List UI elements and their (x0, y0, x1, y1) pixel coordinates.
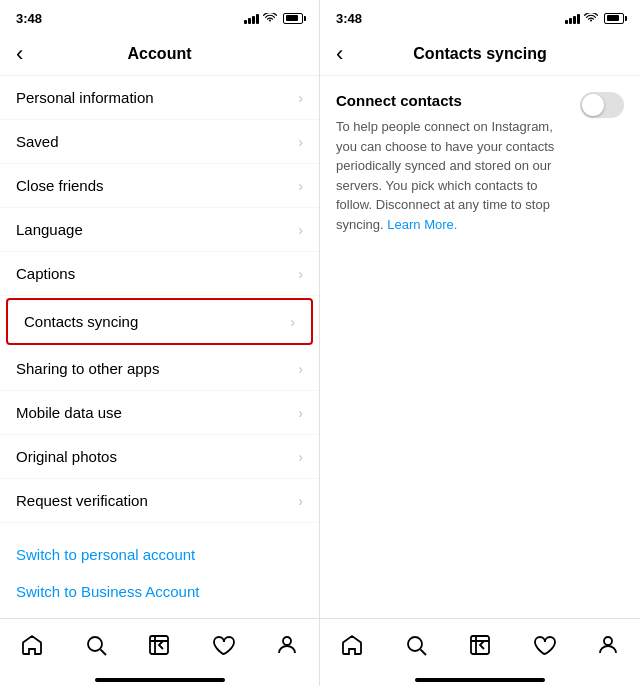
menu-item-personal-information[interactable]: Personal information › (0, 76, 319, 120)
menu-item-posts-youve-liked[interactable]: Posts you've liked › (0, 523, 319, 532)
reels-icon-right (468, 633, 492, 657)
tab-bar-right (320, 618, 640, 678)
nav-header-left: ‹ Account (0, 32, 319, 76)
menu-item-close-friends[interactable]: Close friends › (0, 164, 319, 208)
time-left: 3:48 (16, 11, 42, 26)
page-title-left: Account (128, 45, 192, 63)
menu-item-contacts-syncing[interactable]: Contacts syncing › (6, 298, 313, 345)
svg-point-4 (408, 637, 422, 651)
status-icons-left (244, 12, 303, 24)
signal-icon-right (565, 12, 580, 24)
svg-point-7 (604, 637, 612, 645)
home-icon-right (340, 633, 364, 657)
chevron-icon: › (298, 90, 303, 106)
chevron-icon: › (298, 178, 303, 194)
connect-contacts-title: Connect contacts (336, 92, 568, 109)
tab-heart[interactable] (201, 623, 245, 667)
menu-item-saved[interactable]: Saved › (0, 120, 319, 164)
chevron-icon: › (298, 266, 303, 282)
page-title-right: Contacts syncing (413, 45, 546, 63)
toggle-knob (582, 94, 604, 116)
status-bar-left: 3:48 (0, 0, 319, 32)
contacts-syncing-content: Connect contacts To help people connect … (320, 76, 640, 618)
connect-contacts-row: Connect contacts To help people connect … (336, 92, 624, 234)
tab-profile-right[interactable] (586, 623, 630, 667)
right-panel: 3:48 ‹ Contacts syncing (320, 0, 640, 686)
back-button-right[interactable]: ‹ (336, 41, 343, 67)
profile-icon-right (596, 633, 620, 657)
switch-business-link[interactable]: Switch to Business Account (16, 573, 303, 610)
tab-reels[interactable] (137, 623, 181, 667)
chevron-icon: › (298, 222, 303, 238)
home-indicator-left (95, 678, 225, 682)
connect-contacts-toggle[interactable] (580, 92, 624, 118)
tab-search-right[interactable] (394, 623, 438, 667)
chevron-icon: › (298, 493, 303, 509)
chevron-icon: › (298, 405, 303, 421)
tab-home-right[interactable] (330, 623, 374, 667)
home-indicator-right (415, 678, 545, 682)
switch-personal-link[interactable]: Switch to personal account (16, 536, 303, 573)
svg-line-1 (100, 649, 106, 655)
svg-line-5 (421, 649, 427, 655)
nav-header-right: ‹ Contacts syncing (320, 32, 640, 76)
tab-search[interactable] (74, 623, 118, 667)
search-icon-right (404, 633, 428, 657)
menu-item-sharing-to-other-apps[interactable]: Sharing to other apps › (0, 347, 319, 391)
menu-item-captions[interactable]: Captions › (0, 252, 319, 296)
heart-icon (211, 633, 235, 657)
chevron-icon: › (298, 449, 303, 465)
status-icons-right (565, 12, 624, 24)
toggle-wrap (580, 92, 624, 118)
profile-icon (275, 633, 299, 657)
heart-icon-right (532, 633, 556, 657)
menu-item-original-photos[interactable]: Original photos › (0, 435, 319, 479)
battery-icon-right (604, 13, 624, 24)
time-right: 3:48 (336, 11, 362, 26)
svg-point-3 (283, 637, 291, 645)
left-panel: 3:48 ‹ Account Personal info (0, 0, 320, 686)
tab-home[interactable] (10, 623, 54, 667)
connect-contacts-description: To help people connect on Instagram, you… (336, 117, 568, 234)
chevron-icon: › (290, 314, 295, 330)
chevron-icon: › (298, 361, 303, 377)
wifi-icon-left (263, 13, 277, 23)
tab-reels-right[interactable] (458, 623, 502, 667)
wifi-icon-right (584, 13, 598, 23)
learn-more-link[interactable]: Learn More. (387, 217, 457, 232)
battery-icon-left (283, 13, 303, 24)
menu-item-mobile-data-use[interactable]: Mobile data use › (0, 391, 319, 435)
reels-icon (147, 633, 171, 657)
bottom-links: Switch to personal account Switch to Bus… (0, 532, 319, 618)
connect-contacts-text: Connect contacts To help people connect … (336, 92, 568, 234)
menu-item-language[interactable]: Language › (0, 208, 319, 252)
home-icon (20, 633, 44, 657)
menu-list: Personal information › Saved › Close fri… (0, 76, 319, 532)
back-button-left[interactable]: ‹ (16, 41, 23, 67)
menu-item-request-verification[interactable]: Request verification › (0, 479, 319, 523)
tab-heart-right[interactable] (522, 623, 566, 667)
status-bar-right: 3:48 (320, 0, 640, 32)
chevron-icon: › (298, 134, 303, 150)
signal-icon-left (244, 12, 259, 24)
svg-point-0 (88, 637, 102, 651)
search-icon (84, 633, 108, 657)
tab-bar-left (0, 618, 319, 678)
tab-profile[interactable] (265, 623, 309, 667)
